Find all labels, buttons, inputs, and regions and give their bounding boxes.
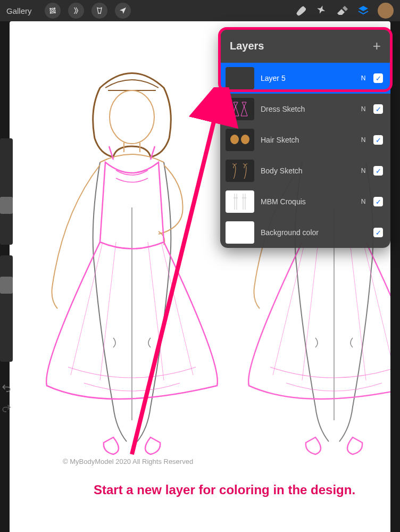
- layer-blend-mode[interactable]: N: [360, 167, 367, 174]
- layer-name: MBM Croquis: [261, 197, 353, 206]
- croquis-figure-left: [20, 59, 244, 468]
- layer-visibility-checkbox[interactable]: ✓: [373, 73, 383, 83]
- layers-icon[interactable]: [356, 4, 370, 18]
- layer-visibility-checkbox[interactable]: ✓: [373, 228, 383, 237]
- svg-point-0: [52, 10, 54, 12]
- eraser-icon[interactable]: [335, 4, 349, 18]
- actions-icon[interactable]: [45, 3, 61, 19]
- layer-blend-mode[interactable]: N: [360, 136, 367, 144]
- toolbar-left: Gallery: [6, 3, 131, 19]
- layer-blend-mode[interactable]: N: [360, 198, 367, 205]
- svg-point-1: [110, 90, 154, 144]
- gallery-link[interactable]: Gallery: [6, 6, 32, 15]
- brush-opacity-thumb[interactable]: [0, 277, 13, 294]
- adjustments-icon[interactable]: [68, 3, 84, 19]
- layer-thumbnail[interactable]: [226, 221, 254, 244]
- layer-thumbnail[interactable]: [226, 67, 254, 89]
- layer-blend-mode[interactable]: N: [360, 105, 367, 113]
- brush-size-thumb[interactable]: [0, 197, 13, 214]
- layer-row[interactable]: Hair SketchN✓: [220, 124, 390, 155]
- redo-icon[interactable]: [1, 403, 12, 416]
- layer-name: Dress Sketch: [261, 105, 353, 113]
- toolbar-right: [293, 3, 394, 19]
- layer-blend-mode[interactable]: N: [360, 74, 367, 82]
- svg-point-3: [241, 135, 249, 144]
- layer-row[interactable]: Dress SketchN✓: [220, 94, 390, 124]
- layer-row[interactable]: Layer 5N✓: [220, 63, 390, 94]
- layer-name: Hair Sketch: [261, 136, 353, 144]
- layers-panel: Layers + Layer 5N✓Dress SketchN✓Hair Ske…: [220, 29, 390, 248]
- add-layer-button[interactable]: +: [373, 38, 381, 54]
- annotation-text: Start a new layer for coloring in the de…: [94, 481, 360, 498]
- undo-icon[interactable]: [1, 383, 12, 396]
- undo-redo-group: [1, 383, 12, 416]
- layer-thumbnail[interactable]: [226, 98, 254, 120]
- layer-name: Body Sketch: [261, 167, 353, 175]
- brush-icon[interactable]: [293, 4, 306, 18]
- layers-panel-header: Layers +: [220, 29, 390, 63]
- brush-sliders: [0, 138, 13, 372]
- smudge-icon[interactable]: [314, 4, 328, 18]
- layer-visibility-checkbox[interactable]: ✓: [373, 135, 383, 145]
- layers-panel-title: Layers: [230, 40, 264, 52]
- layer-row[interactable]: MBM CroquisN✓: [220, 186, 390, 217]
- brush-size-slider[interactable]: [0, 138, 13, 245]
- copyright-text: © MyBodyModel 2020 All Rights Reserved: [63, 458, 193, 466]
- layer-thumbnail[interactable]: [226, 160, 254, 182]
- layer-row[interactable]: Body SketchN✓: [220, 155, 390, 186]
- transform-icon[interactable]: [115, 3, 131, 19]
- svg-point-2: [230, 135, 239, 144]
- layers-list: Layer 5N✓Dress SketchN✓Hair SketchN✓Body…: [220, 63, 390, 248]
- layer-row[interactable]: Background color✓: [220, 217, 390, 248]
- layer-name: Background color: [261, 228, 353, 237]
- layer-name: Layer 5: [261, 74, 353, 82]
- brush-opacity-slider[interactable]: [0, 255, 13, 362]
- layer-visibility-checkbox[interactable]: ✓: [373, 197, 383, 206]
- color-swatch[interactable]: [378, 3, 394, 19]
- layer-thumbnail[interactable]: [226, 129, 254, 151]
- selection-icon[interactable]: [91, 3, 107, 19]
- layer-thumbnail[interactable]: [226, 190, 254, 213]
- layer-visibility-checkbox[interactable]: ✓: [373, 166, 383, 176]
- layer-visibility-checkbox[interactable]: ✓: [373, 104, 383, 114]
- top-toolbar: Gallery: [0, 0, 400, 21]
